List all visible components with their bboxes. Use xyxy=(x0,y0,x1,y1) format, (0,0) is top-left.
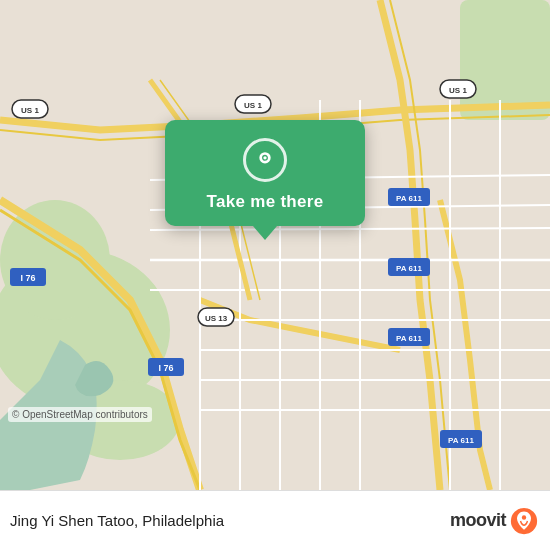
location-icon-container xyxy=(243,138,287,182)
moovit-logo: moovit xyxy=(450,507,538,535)
map-copyright: © OpenStreetMap contributors xyxy=(8,407,152,422)
moovit-brand-name: moovit xyxy=(450,510,506,531)
svg-point-42 xyxy=(263,156,266,159)
place-name: Jing Yi Shen Tatoo, Philadelphia xyxy=(10,512,224,529)
location-pin-icon xyxy=(252,147,278,173)
svg-text:I 76: I 76 xyxy=(20,273,35,283)
svg-text:PA 611: PA 611 xyxy=(396,194,422,203)
place-info: Jing Yi Shen Tatoo, Philadelphia xyxy=(10,512,224,529)
svg-point-44 xyxy=(522,515,526,519)
svg-text:PA 611: PA 611 xyxy=(396,264,422,273)
map-view: I 76 I 76 US 1 US 1 US 1 PA 611 PA 611 P… xyxy=(0,0,550,490)
svg-text:I 76: I 76 xyxy=(158,363,173,373)
bottom-bar: Jing Yi Shen Tatoo, Philadelphia moovit xyxy=(0,490,550,550)
moovit-pin-icon xyxy=(510,507,538,535)
svg-text:US 1: US 1 xyxy=(449,86,467,95)
location-popup[interactable]: Take me there xyxy=(165,120,365,226)
svg-text:PA 611: PA 611 xyxy=(396,334,422,343)
svg-text:PA 611: PA 611 xyxy=(448,436,474,445)
svg-text:US 13: US 13 xyxy=(205,314,228,323)
svg-text:US 1: US 1 xyxy=(21,106,39,115)
svg-text:US 1: US 1 xyxy=(244,101,262,110)
take-me-there-button[interactable]: Take me there xyxy=(207,192,324,212)
